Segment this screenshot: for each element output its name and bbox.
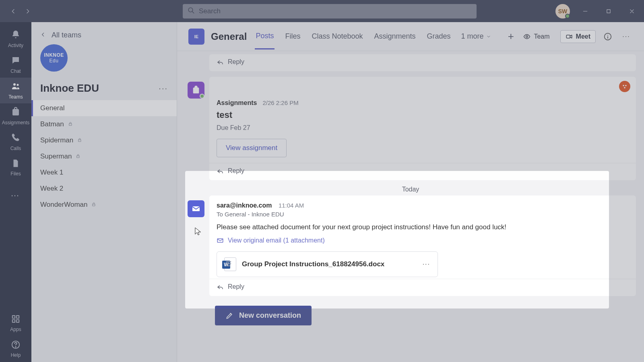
search-input[interactable] <box>183 4 477 19</box>
channel-header: IE General Posts Files Class Notebook As… <box>177 22 644 51</box>
tab-assignments[interactable]: Assignments <box>374 24 417 49</box>
envelope-icon <box>191 204 201 214</box>
channel-week2[interactable]: Week 2 <box>31 181 177 197</box>
channel-batman[interactable]: Batman <box>31 116 177 132</box>
ellipsis-icon: … <box>10 189 21 198</box>
svg-rect-1 <box>607 9 610 12</box>
file-icon <box>11 159 20 169</box>
channel-label: Superman <box>40 152 72 160</box>
svg-point-9 <box>15 347 16 347</box>
rail-label: Files <box>10 171 21 177</box>
rail-activity[interactable]: Activity <box>0 26 31 52</box>
tab-posts[interactable]: Posts <box>255 24 275 49</box>
view-original-email[interactable]: View original email (1 attachment) <box>209 237 636 249</box>
channel-list: General Batman Spiderman Superman Week 1… <box>31 100 177 213</box>
add-tab-button[interactable]: + <box>508 30 514 43</box>
rail-assignments[interactable]: Assignments <box>0 103 31 129</box>
rail-chat[interactable]: Chat <box>0 52 31 78</box>
rail-label: Activity <box>8 43 23 48</box>
more-button[interactable]: ··· <box>620 30 633 43</box>
titlebar: SW <box>0 0 644 22</box>
attachment-more-button[interactable]: ··· <box>423 261 430 268</box>
lock-icon <box>68 121 73 128</box>
team-name: Inknoe EDU <box>40 82 159 95</box>
nav-forward[interactable] <box>22 5 34 17</box>
word-doc-icon: W <box>224 257 236 271</box>
attachment-card[interactable]: W Group Project Instructions_618824956.d… <box>217 251 438 277</box>
svg-point-2 <box>13 83 16 86</box>
tab-more-label: 1 more <box>461 32 484 41</box>
chevron-left-icon <box>10 8 17 14</box>
team-button[interactable]: Team <box>518 31 554 43</box>
tab-grades[interactable]: Grades <box>426 24 452 49</box>
attachment-name: Group Project Instructions_618824956.doc… <box>242 260 417 268</box>
email-to: To General - Inknoe EDU <box>217 211 629 218</box>
teams-icon <box>11 81 21 93</box>
reply-icon <box>217 58 224 66</box>
tab-files[interactable]: Files <box>284 24 301 49</box>
logo-line2: Edu <box>50 58 59 64</box>
rail-teams[interactable]: Teams <box>0 78 31 103</box>
help-icon <box>11 340 20 351</box>
rail-label: Chat <box>10 68 21 74</box>
svg-rect-7 <box>17 320 19 322</box>
reply-label: Reply <box>228 58 244 66</box>
channel-superman[interactable]: Superman <box>31 148 177 165</box>
chevron-right-icon <box>25 8 31 14</box>
all-teams-label: All teams <box>52 31 81 39</box>
close-icon <box>629 8 635 14</box>
user-avatar[interactable]: SW <box>555 4 570 19</box>
tab-class-notebook[interactable]: Class Notebook <box>311 24 363 49</box>
svg-rect-5 <box>17 316 19 318</box>
search-icon <box>188 7 195 16</box>
channel-spiderman[interactable]: Spiderman <box>31 132 177 148</box>
channel-label: General <box>40 104 64 112</box>
window-maximize[interactable] <box>601 3 617 19</box>
team-logo[interactable]: INKNOE Edu <box>40 44 68 72</box>
team-more-button[interactable]: ··· <box>159 84 168 93</box>
reply-button[interactable]: Reply <box>209 54 636 71</box>
user-initials: SW <box>558 8 568 14</box>
window-close[interactable] <box>624 3 640 19</box>
message-list: Reply Assignments 2/26 2:26 PM test Due … <box>177 51 644 362</box>
channel-week1[interactable]: Week 1 <box>31 165 177 181</box>
window-minimize[interactable] <box>577 3 593 19</box>
presence-icon <box>565 14 570 19</box>
reply-label: Reply <box>228 167 244 175</box>
assignments-avatar <box>188 82 204 99</box>
info-button[interactable] <box>601 30 614 43</box>
svg-rect-13 <box>93 204 95 206</box>
reply-label: Reply <box>228 283 244 290</box>
rail-label: Calls <box>10 146 21 151</box>
channel-general[interactable]: General <box>31 100 177 116</box>
email-body: Please see attached document for your ne… <box>209 218 636 237</box>
backpack-icon <box>192 86 200 95</box>
channel-wonderwoman[interactable]: WonderWoman <box>31 197 177 213</box>
minimize-icon <box>582 8 588 14</box>
rail-apps[interactable]: Apps <box>0 311 31 336</box>
email-post: sara@inknoe.com 11:04 AM To General - In… <box>209 195 636 296</box>
all-teams-link[interactable]: All teams <box>31 22 177 44</box>
envelope-icon <box>217 237 224 244</box>
channel-tabs: Posts Files Class Notebook Assignments G… <box>255 24 514 49</box>
bell-icon <box>11 30 21 41</box>
svg-rect-4 <box>12 316 15 318</box>
backpack-icon <box>11 107 21 118</box>
nav-back[interactable] <box>7 5 19 17</box>
rail-calls[interactable]: Calls <box>0 129 31 155</box>
rail-files[interactable]: Files <box>0 155 31 181</box>
new-conv-label: New conversation <box>239 311 301 320</box>
new-conversation-button[interactable]: New conversation <box>215 306 312 325</box>
maximize-icon <box>606 8 611 14</box>
reply-button[interactable]: Reply <box>209 163 636 180</box>
svg-rect-11 <box>78 140 81 142</box>
rail-more[interactable]: … <box>0 181 31 206</box>
team-btn-label: Team <box>534 33 549 40</box>
rail-help[interactable]: Help <box>0 336 31 362</box>
video-icon <box>566 33 573 40</box>
reply-button[interactable]: Reply <box>209 279 636 296</box>
view-assignment-button[interactable]: View assignment <box>217 139 287 157</box>
post-time: 2/26 2:26 PM <box>262 99 298 106</box>
tab-more[interactable]: 1 more <box>461 32 491 41</box>
meet-button[interactable]: Meet <box>560 30 596 43</box>
